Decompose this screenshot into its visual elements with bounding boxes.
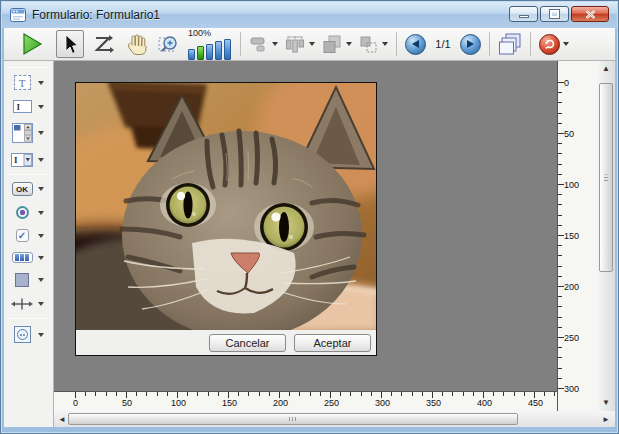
- cancel-button-control[interactable]: Cancelar: [209, 334, 286, 352]
- toolbox-item-combobox[interactable]: I: [4, 148, 53, 172]
- dropdown-arrow-icon[interactable]: [38, 105, 44, 109]
- dropdown-arrow-icon[interactable]: [38, 158, 44, 162]
- scroll-up-button[interactable]: ▲: [597, 61, 615, 75]
- vertical-scrollbar-thumb[interactable]: [599, 83, 613, 272]
- scroll-down-icon: ▼: [602, 398, 610, 407]
- horizontal-scrollbar-thumb[interactable]: [68, 413, 518, 425]
- back-arrow-icon: [405, 34, 426, 55]
- previous-page-button[interactable]: [402, 30, 429, 58]
- form-button-strip: Cancelar Aceptar: [76, 330, 376, 355]
- design-canvas[interactable]: Cancelar Aceptar: [54, 61, 557, 391]
- toolbox-item-panel[interactable]: [4, 268, 53, 292]
- page-indicator: 1/1: [429, 38, 457, 50]
- close-icon: [585, 10, 596, 19]
- splitter-control-icon: [11, 297, 33, 311]
- label-control-icon: T: [14, 75, 31, 90]
- size-controls-button-disabled[interactable]: [355, 30, 391, 58]
- run-button[interactable]: [18, 30, 46, 58]
- data-refresh-button[interactable]: [536, 30, 572, 58]
- tab-order-icon: [92, 33, 114, 55]
- dropdown-arrow-icon[interactable]: [38, 302, 44, 306]
- dropdown-arrow-icon[interactable]: [38, 256, 44, 260]
- close-button[interactable]: [571, 6, 609, 22]
- button-control-icon: OK: [12, 182, 33, 196]
- maximize-icon: [550, 10, 559, 18]
- dropdown-arrow-icon[interactable]: [382, 42, 388, 46]
- toolbar-separator: [396, 32, 397, 56]
- minimize-button[interactable]: [509, 6, 538, 22]
- horizontal-ruler: 050100150200250300350400450: [54, 391, 557, 411]
- toolbox-item-textbox[interactable]: I: [4, 95, 53, 118]
- zoom-bars[interactable]: [188, 39, 231, 60]
- tab-order-tool-button[interactable]: [89, 30, 117, 58]
- form-window-icon: [10, 8, 26, 22]
- size-icon: [358, 34, 379, 54]
- toolbox-item-label[interactable]: T: [4, 70, 53, 95]
- checkbox-control-icon: ✓: [16, 229, 29, 242]
- scroll-left-icon: ◄: [58, 415, 66, 424]
- dropdown-arrow-icon[interactable]: [38, 211, 44, 215]
- cat-image-control[interactable]: [76, 83, 376, 330]
- svg-text:I: I: [14, 155, 18, 165]
- listbox-control-icon: [12, 123, 33, 143]
- dropdown-arrow-icon[interactable]: [309, 42, 315, 46]
- zoom-bar-1[interactable]: [188, 49, 195, 60]
- align-controls-button-disabled[interactable]: [246, 30, 281, 58]
- title-bar[interactable]: Formulario: Formulario1: [2, 2, 617, 28]
- toolbox-separator: [8, 67, 49, 68]
- cursor-icon: [60, 33, 80, 55]
- pan-tool-button[interactable]: [122, 30, 151, 58]
- form-being-designed[interactable]: Cancelar Aceptar: [75, 82, 377, 356]
- scroll-right-button[interactable]: ►: [597, 411, 615, 427]
- dropdown-arrow-icon[interactable]: [38, 278, 44, 282]
- main-toolbar: 100%: [4, 28, 615, 61]
- select-tool-button[interactable]: [56, 30, 84, 58]
- magnifier-icon: [157, 33, 181, 56]
- toolbox-item-button[interactable]: OK: [4, 177, 53, 201]
- forward-arrow-icon: [460, 34, 481, 55]
- dropdown-arrow-icon[interactable]: [38, 234, 44, 238]
- zoom-level-label: 100%: [188, 29, 231, 38]
- dropdown-arrow-icon[interactable]: [38, 131, 44, 135]
- thumb-grip: [604, 174, 608, 181]
- toolbox-item-radiobutton[interactable]: [4, 201, 53, 224]
- zoom-bar-4[interactable]: [215, 41, 222, 60]
- dropdown-arrow-icon[interactable]: [38, 333, 44, 337]
- radiobutton-control-icon: [16, 206, 29, 219]
- toolbox-item-checkbox[interactable]: ✓: [4, 224, 53, 247]
- control-toolbox: T I: [4, 61, 54, 427]
- zoom-tool-button[interactable]: [154, 30, 184, 58]
- designer-window: Formulario: Formulario1: [0, 0, 619, 434]
- zoom-level-control[interactable]: 100%: [188, 29, 231, 60]
- dropdown-arrow-icon[interactable]: [38, 187, 44, 191]
- scroll-down-button[interactable]: ▼: [597, 395, 615, 409]
- distribute-icon: [284, 34, 306, 54]
- distribute-controls-button-disabled[interactable]: [281, 30, 318, 58]
- vertical-scrollbar[interactable]: ▲ ▼: [597, 61, 615, 411]
- toolbox-item-socket[interactable]: [4, 321, 53, 348]
- dropdown-arrow-icon[interactable]: [346, 42, 352, 46]
- dropdown-arrow-icon[interactable]: [272, 42, 278, 46]
- maximize-button[interactable]: [540, 6, 569, 22]
- accept-button-control[interactable]: Aceptar: [294, 334, 371, 352]
- horizontal-scrollbar[interactable]: ◄: [54, 411, 597, 427]
- socket-control-icon: [14, 326, 31, 343]
- zoom-bar-5[interactable]: [224, 39, 231, 60]
- align-icon: [249, 34, 269, 54]
- dropdown-arrow-icon[interactable]: [38, 81, 44, 85]
- dropdown-arrow-icon[interactable]: [563, 42, 569, 46]
- scroll-left-button[interactable]: ◄: [56, 411, 68, 427]
- zoom-bar-2-active[interactable]: [197, 46, 204, 60]
- z-order-button-disabled[interactable]: [318, 30, 355, 58]
- zoom-bar-3[interactable]: [206, 44, 213, 60]
- cascade-windows-button[interactable]: [495, 30, 525, 58]
- toolbox-separator: [8, 318, 49, 319]
- toolbox-item-listbox[interactable]: [4, 118, 53, 148]
- minimize-icon: [519, 15, 529, 18]
- refresh-icon: [539, 34, 560, 55]
- toolbox-item-progressbar[interactable]: [4, 247, 53, 268]
- toolbox-item-splitter[interactable]: [4, 292, 53, 316]
- next-page-button[interactable]: [457, 30, 484, 58]
- textbox-control-icon: I: [13, 100, 32, 113]
- window-title: Formulario: Formulario1: [32, 8, 160, 22]
